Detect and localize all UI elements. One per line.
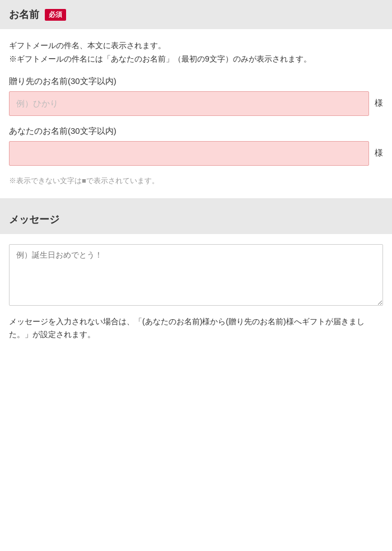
section-divider (0, 198, 392, 205)
sender-name-input[interactable] (9, 141, 369, 166)
recipient-input-row: 様 (9, 91, 383, 116)
sender-suffix: 様 (375, 148, 383, 158)
required-badge: 必須 (45, 9, 66, 21)
recipient-suffix: 様 (375, 98, 383, 109)
unsupported-note: ※表示できない文字は■で表示されています。 (9, 176, 383, 186)
message-note: メッセージを入力されない場合は、「(あなたのお名前)様から(贈り先のお名前)様へ… (9, 315, 383, 342)
description-text: ギフトメールの件名、本文に表示されます。 ※ギフトメールの件名には「あなたのお名… (9, 39, 383, 66)
message-section-title: メッセージ (9, 214, 59, 225)
message-textarea[interactable] (9, 244, 383, 306)
sender-label: あなたのお名前(30文字以内) (9, 126, 383, 137)
recipient-label: 贈り先のお名前(30文字以内) (9, 76, 383, 87)
message-section-body: メッセージを入力されない場合は、「(あなたのお名前)様から(贈り先のお名前)様へ… (0, 234, 392, 354)
message-section-header: メッセージ (0, 205, 392, 234)
name-section-body: ギフトメールの件名、本文に表示されます。 ※ギフトメールの件名には「あなたのお名… (0, 29, 392, 198)
sender-input-row: 様 (9, 141, 383, 166)
name-section-title: お名前 (9, 8, 39, 21)
recipient-name-input[interactable] (9, 91, 369, 116)
name-section-header: お名前 必須 (0, 0, 392, 29)
